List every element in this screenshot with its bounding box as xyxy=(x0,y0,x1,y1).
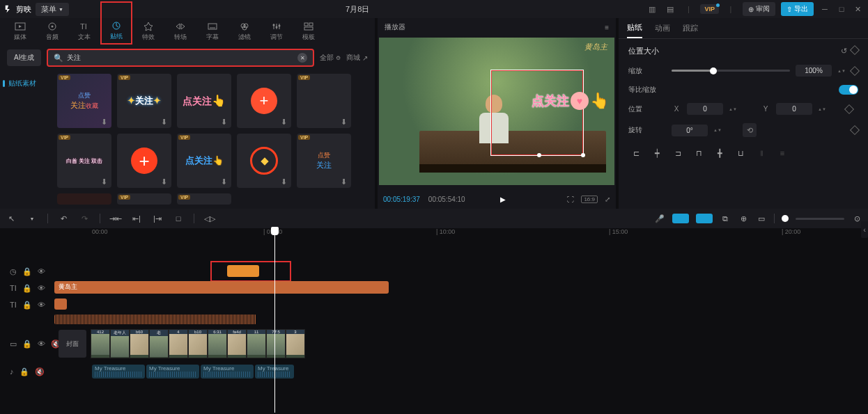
select-tool[interactable]: ↖ xyxy=(6,213,17,224)
keyframe-icon[interactable] xyxy=(850,45,860,55)
split-left[interactable]: ⇤| xyxy=(131,213,142,224)
align-bottom[interactable]: ⊔ xyxy=(733,147,748,159)
music-track-icon[interactable]: ♪ xyxy=(10,367,14,376)
mic-icon[interactable]: 🎤 xyxy=(654,213,665,224)
scale-stepper[interactable]: ▲▼ xyxy=(837,69,846,73)
tab-text[interactable]: TI文本 xyxy=(68,18,100,45)
reset-icon[interactable]: ↺ xyxy=(841,47,847,56)
search-input[interactable] xyxy=(67,54,294,62)
sticker-overlay[interactable]: 点关注 👆 xyxy=(532,92,609,110)
eye-icon[interactable]: 👁 xyxy=(38,267,45,276)
lock-ratio-toggle[interactable] xyxy=(839,85,858,95)
sticker-item[interactable] xyxy=(57,193,111,205)
text-clip[interactable]: 黄岛主 xyxy=(54,281,389,294)
split-right[interactable]: |⇥ xyxy=(152,213,163,224)
tab-audio[interactable]: 音频 xyxy=(36,18,68,45)
preview-icon[interactable]: ▭ xyxy=(756,213,767,224)
tab-filter[interactable]: 滤镜 xyxy=(228,18,261,45)
menu-button[interactable]: 菜单 ▼ xyxy=(36,3,69,16)
magnet-aux[interactable] xyxy=(696,214,713,223)
snap-icon[interactable]: ⊕ xyxy=(738,213,749,224)
review-button[interactable]: ⊕ 审阅 xyxy=(743,2,775,16)
selection-box[interactable] xyxy=(490,70,584,156)
sticker-item[interactable]: VIP点赞关注收藏⬇ xyxy=(57,74,111,128)
zoom-slider[interactable] xyxy=(796,218,844,220)
tab-caption[interactable]: 字幕 xyxy=(196,18,228,45)
keyframe-icon[interactable] xyxy=(850,65,860,75)
download-icon[interactable]: ⬇ xyxy=(221,118,229,126)
props-tab-tracking[interactable]: 跟踪 xyxy=(683,19,698,38)
clear-search-button[interactable]: ✕ xyxy=(297,53,307,63)
sticker-item[interactable]: VIP xyxy=(117,193,171,205)
text-clip[interactable] xyxy=(54,298,67,310)
sticker-item[interactable]: VIP✦关注✦⬇ xyxy=(117,74,171,128)
clock-icon[interactable]: ◷ xyxy=(10,267,17,276)
music-clip[interactable]: My Treasure xyxy=(92,365,145,379)
keyframe-icon[interactable] xyxy=(844,104,854,113)
crop-icon[interactable]: ⛶ xyxy=(567,196,574,203)
sticker-item[interactable]: VIP点关注👆⬇ xyxy=(177,134,231,188)
eye-icon[interactable]: 👁 xyxy=(38,340,45,348)
category-sticker-material[interactable]: 贴纸素材 xyxy=(3,75,52,92)
lock-icon[interactable]: 🔒 xyxy=(22,301,32,310)
playhead[interactable] xyxy=(274,228,275,413)
eye-icon[interactable]: 👁 xyxy=(38,284,45,292)
aspect-ratio[interactable]: 16:9 xyxy=(581,196,598,203)
filter-all[interactable]: 全部 ⚙ xyxy=(320,53,341,63)
close-button[interactable]: ✕ xyxy=(853,3,864,15)
magnet-main[interactable] xyxy=(672,214,689,223)
fullscreen-icon[interactable]: ⤢ xyxy=(605,196,610,203)
download-icon[interactable]: ⬇ xyxy=(101,177,109,186)
props-tab-animation[interactable]: 动画 xyxy=(655,19,670,38)
download-icon[interactable]: ⬇ xyxy=(101,118,109,126)
align-left[interactable]: ⊏ xyxy=(628,147,644,159)
sticker-item[interactable]: 点关注👆⬇ xyxy=(177,74,231,128)
flip-button[interactable]: ⟲ xyxy=(743,123,757,137)
preview-stage[interactable]: 黄岛主 点关注 👆 xyxy=(379,38,614,185)
maximize-button[interactable]: □ xyxy=(836,3,847,15)
video-track-icon[interactable]: ▭ xyxy=(10,340,17,349)
sticker-item[interactable]: VIP xyxy=(177,193,231,205)
position-y[interactable]: 0 xyxy=(776,103,812,115)
sticker-item[interactable]: ⬇ xyxy=(237,134,291,188)
player-menu-icon[interactable]: ≡ xyxy=(605,24,609,31)
vip-badge[interactable]: VIP xyxy=(700,4,719,14)
scale-value[interactable]: 100% xyxy=(796,65,832,77)
undo-button[interactable]: ↶ xyxy=(58,213,69,224)
ai-generate-button[interactable]: AI生成 xyxy=(7,49,41,66)
split-tool[interactable]: ⇥⇤ xyxy=(110,213,121,224)
scale-slider[interactable] xyxy=(672,70,790,72)
rotation-value[interactable]: 0° xyxy=(672,125,708,136)
sticker-item[interactable]: +⬇ xyxy=(237,74,291,128)
tab-media[interactable]: 媒体 xyxy=(4,18,36,45)
download-icon[interactable]: ⬇ xyxy=(281,118,289,126)
position-x[interactable]: 0 xyxy=(687,103,723,115)
tab-template[interactable]: 模板 xyxy=(293,18,325,45)
props-tab-sticker[interactable]: 贴纸 xyxy=(627,18,642,38)
align-hcenter[interactable]: ┿ xyxy=(649,147,665,159)
eye-icon[interactable]: 👁 xyxy=(38,301,45,309)
download-icon[interactable]: ⬇ xyxy=(281,177,289,186)
align-top[interactable]: ⊓ xyxy=(691,147,706,159)
download-icon[interactable]: ⬇ xyxy=(221,177,229,186)
lock-icon[interactable]: 🔒 xyxy=(22,340,32,349)
text-track-icon[interactable]: TI xyxy=(10,284,17,292)
layout-icon-2[interactable]: ▤ xyxy=(664,3,676,15)
minimize-button[interactable]: ─ xyxy=(819,3,830,15)
tab-adjust[interactable]: 调节 xyxy=(261,18,293,45)
export-button[interactable]: ⇧ 导出 xyxy=(781,2,814,16)
keyframe-icon[interactable] xyxy=(850,125,860,135)
align-vcenter[interactable]: ╋ xyxy=(712,147,727,159)
layout-icon-1[interactable]: ▥ xyxy=(646,3,658,15)
search-box[interactable]: 🔍 ✕ xyxy=(47,49,314,67)
shop-button[interactable]: 商城 ↗ xyxy=(346,53,368,63)
distribute-v[interactable]: ≡ xyxy=(775,147,790,159)
mirror-tool[interactable]: ◁▷ xyxy=(204,213,215,224)
music-clip[interactable]: My Treasure xyxy=(201,365,254,379)
download-icon[interactable]: ⬇ xyxy=(161,177,169,186)
delete-tool[interactable]: □ xyxy=(173,213,184,224)
music-clip[interactable]: My Treasure xyxy=(146,365,199,379)
tab-sticker[interactable]: 贴纸 xyxy=(100,1,132,45)
time-ruler[interactable]: 00:00 | 05:00 | 10:00 | 15:00 | 20:00 xyxy=(91,228,868,241)
distribute-h[interactable]: ⫴ xyxy=(754,147,769,159)
